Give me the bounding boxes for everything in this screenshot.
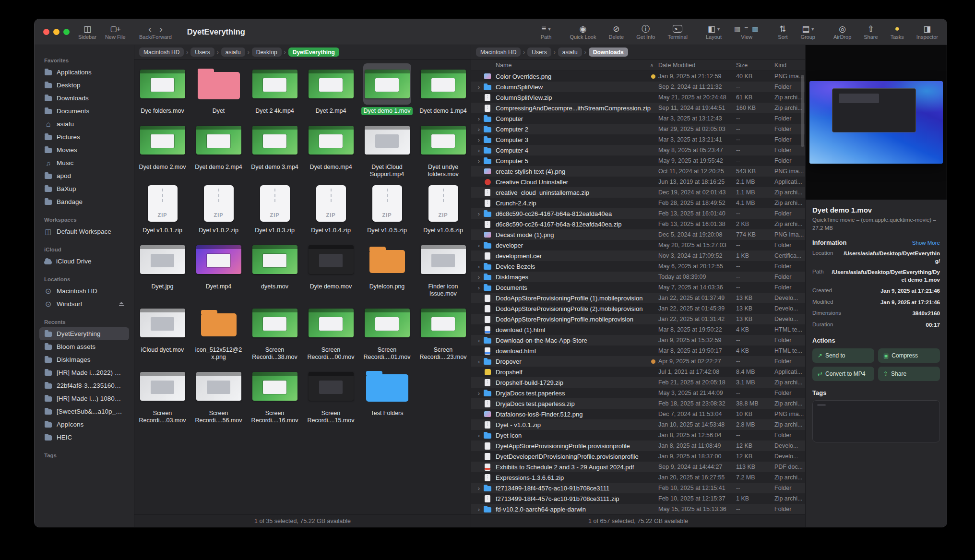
toolbar-button[interactable]: Delete	[608, 24, 624, 40]
file-row[interactable]: › creative_cloud_uninstallermac.zip Dec …	[471, 187, 805, 198]
grid-file-item[interactable]: Dyet v1.0.5.zip	[359, 183, 415, 235]
sidebar-item[interactable]: asiafu	[39, 118, 129, 131]
action-button[interactable]: Send to	[812, 348, 874, 363]
sidebar-item[interactable]: Tags	[39, 450, 129, 461]
sidebar-item[interactable]: Applications	[39, 66, 129, 79]
breadcrumb[interactable]: Users	[190, 48, 214, 57]
action-button[interactable]: Share	[878, 367, 940, 381]
grid-file-item[interactable]: Screen Recordi....01.mov	[359, 302, 415, 361]
file-row[interactable]: › Download-on-the-Mac-App-Store Jan 9, 2…	[471, 335, 805, 346]
file-row[interactable]: › Device Bezels May 6, 2025 at 20:12:55 …	[471, 261, 805, 272]
grid-file-item[interactable]: Dyet 2 4k.mp4	[247, 63, 303, 115]
disclosure-chevron-icon[interactable]: ›	[475, 485, 483, 492]
breadcrumb[interactable]: DyetEverything	[288, 48, 339, 57]
file-row[interactable]: › DryjaDocs test.paperless.zip Feb 18, 2…	[471, 398, 805, 409]
breadcrumb[interactable]: Desktop	[252, 48, 282, 57]
toolbar-button[interactable]: Sidebar	[78, 24, 96, 40]
file-row[interactable]: › Computer 5 May 9, 2025 at 19:55:42 -- …	[471, 155, 805, 166]
disclosure-chevron-icon[interactable]: ›	[475, 390, 483, 397]
file-row[interactable]: › f2713499-18f4-457c-ac10-91b708ce3111.z…	[471, 493, 805, 504]
disclosure-chevron-icon[interactable]: ›	[475, 432, 483, 439]
disclosure-chevron-icon[interactable]: ›	[475, 284, 483, 291]
zoom-window-button[interactable]	[63, 29, 70, 35]
grid-file-item[interactable]: Dyet demo.mp4	[303, 119, 359, 179]
sidebar-item[interactable]: Music	[39, 156, 129, 169]
sidebar-item[interactable]: Windsurf	[39, 298, 129, 310]
sidebar-item[interactable]: Recents	[39, 317, 129, 327]
file-row[interactable]: › DodoAppStoreProvisioningProfile (1).mo…	[471, 293, 805, 303]
file-row[interactable]: › ColumnSplitView.zip May 21, 2025 at 20…	[471, 92, 805, 103]
sidebar-item[interactable]: Desktop	[39, 79, 129, 92]
column-header-date[interactable]: Date Modified	[658, 62, 736, 69]
sidebar-item[interactable]: DiskImages	[39, 353, 129, 366]
file-row[interactable]: › Expressions-1.3.6.61.zip Jan 20, 2025 …	[471, 472, 805, 483]
file-row[interactable]: › Dyet - v1.0.1.zip Jan 10, 2025 at 14:5…	[471, 419, 805, 430]
grid-file-item[interactable]: Dyet undye folders.mov	[415, 119, 471, 179]
toolbar-button[interactable]: Share	[864, 24, 878, 40]
grid-file-item[interactable]: icon_512x512@2x.png	[190, 302, 247, 361]
toolbar-button[interactable]: Get Info	[636, 24, 655, 40]
breadcrumb[interactable]: asiafu	[221, 48, 245, 57]
file-row[interactable]: › DodoAppStoreProvisioningProfile (2).mo…	[471, 303, 805, 314]
sidebar-item[interactable]: Movies	[39, 143, 129, 156]
sidebar-item[interactable]: apod	[39, 169, 129, 182]
toolbar-button[interactable]: Quick Look	[570, 24, 596, 40]
toolbar-button[interactable]: Layout	[706, 24, 722, 40]
disclosure-chevron-icon[interactable]: ›	[475, 337, 483, 344]
grid-file-item[interactable]: Dyet v1.0.2.zip	[190, 183, 247, 235]
toolbar-button[interactable]: Path	[541, 24, 552, 40]
breadcrumb[interactable]: Macintosh HD	[139, 48, 184, 57]
file-row[interactable]: › ColumnSplitView Sep 2, 2024 at 11:21:3…	[471, 82, 805, 92]
column-header-size[interactable]: Size	[736, 62, 774, 69]
grid-file-item[interactable]: Screen Recordi....23.mov	[415, 302, 471, 361]
grid-file-item[interactable]: Dyet.jpg	[134, 239, 190, 298]
breadcrumb[interactable]: Users	[527, 48, 551, 57]
grid-file-item[interactable]: iCloud dyet.mov	[134, 302, 190, 361]
file-row[interactable]: › Documents May 7, 2025 at 14:03:36 -- F…	[471, 282, 805, 293]
disclosure-chevron-icon[interactable]: ›	[475, 157, 483, 165]
sidebar-item[interactable]: Macintosh HD	[39, 285, 129, 298]
action-button[interactable]: Compress	[878, 348, 940, 363]
grid-file-item[interactable]: Dyet	[190, 63, 247, 115]
file-row[interactable]: › Dropover Apr 9, 2025 at 02:22:27 -- Fo…	[471, 356, 805, 367]
video-preview-thumbnail[interactable]	[809, 81, 943, 164]
minimize-window-button[interactable]	[53, 29, 59, 35]
grid-file-item[interactable]: Test Folders	[359, 366, 415, 425]
file-row[interactable]: › DyetDeveloperIDProvisioningProfile.pro…	[471, 451, 805, 462]
disclosure-chevron-icon[interactable]: ›	[475, 263, 483, 270]
grid-file-item[interactable]: Finder icon issue.mov	[415, 239, 471, 298]
breadcrumb[interactable]: Downloads	[589, 48, 628, 57]
file-row[interactable]: › fd-v10.2.0-aarch64-apple-darwin May 15…	[471, 504, 805, 514]
toolbar-button[interactable]: Inspector	[916, 24, 938, 40]
grid-file-item[interactable]: Dyet demo 1.mp4	[415, 63, 471, 115]
file-row[interactable]: › Crunch-2.4.zip Feb 28, 2025 at 18:49:5…	[471, 198, 805, 208]
sidebar-item[interactable]: Pictures	[39, 131, 129, 143]
grid-file-item[interactable]: Screen Recordi...38.mov	[247, 302, 303, 361]
sidebar-item[interactable]: iCloud Drive	[39, 255, 129, 268]
grid-file-item[interactable]: Screen Recordi....15.mov	[303, 366, 359, 425]
disclosure-chevron-icon[interactable]: ›	[475, 83, 483, 91]
grid-file-item[interactable]: Dyet 2.mp4	[303, 63, 359, 115]
column-header-name[interactable]: Name	[496, 62, 511, 69]
close-window-button[interactable]	[43, 29, 49, 35]
sidebar-item[interactable]: 22bf4af8-3...235160b233	[39, 379, 129, 392]
sidebar-item[interactable]: [HR] Made i...) 1080p copy	[39, 392, 129, 405]
grid-file-item[interactable]: Screen Recordi....56.mov	[190, 366, 247, 425]
disclosure-chevron-icon[interactable]: ›	[475, 115, 483, 122]
disclosure-chevron-icon[interactable]: ›	[475, 210, 483, 217]
breadcrumb[interactable]: Macintosh HD	[476, 48, 521, 57]
sidebar-item[interactable]: DyetEverything	[39, 327, 129, 340]
file-row[interactable]: › Computer Mar 3, 2025 at 13:12:43 -- Fo…	[471, 113, 805, 124]
sidebar-item[interactable]: Locations	[39, 274, 129, 285]
eject-icon[interactable]	[119, 302, 124, 307]
grid-file-item[interactable]: Screen Recordi....00.mov	[303, 302, 359, 361]
grid-file-item[interactable]: Dyte demo.mov	[303, 239, 359, 298]
file-row[interactable]: › Decast mode (1).png Dec 5, 2024 at 19:…	[471, 229, 805, 240]
scrollbar-thumb[interactable]	[801, 75, 804, 147]
sidebar-item[interactable]: Documents	[39, 105, 129, 118]
grid-file-item[interactable]: Dye folders.mov	[134, 63, 190, 115]
file-row[interactable]: › Exhibits to Schedule 2 and 3 - 29 Augu…	[471, 462, 805, 472]
toolbar-button[interactable]: Sort	[777, 24, 788, 40]
file-row[interactable]: › Computer 2 Mar 29, 2025 at 02:05:03 --…	[471, 124, 805, 134]
sidebar-item[interactable]: HEIC	[39, 431, 129, 444]
